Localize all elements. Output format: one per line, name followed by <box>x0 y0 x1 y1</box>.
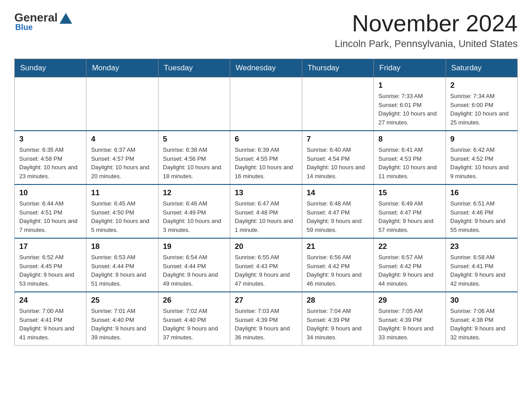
day-info: Sunrise: 6:48 AM Sunset: 4:47 PM Dayligh… <box>307 199 369 234</box>
calendar-cell: 10Sunrise: 6:44 AM Sunset: 4:51 PM Dayli… <box>15 184 86 238</box>
day-number: 27 <box>235 296 297 305</box>
day-of-week-header: Thursday <box>302 59 373 77</box>
calendar-table: SundayMondayTuesdayWednesdayThursdayFrid… <box>14 59 518 346</box>
day-number: 29 <box>378 296 441 305</box>
day-info: Sunrise: 6:53 AM Sunset: 4:44 PM Dayligh… <box>91 253 153 288</box>
day-info: Sunrise: 7:04 AM Sunset: 4:39 PM Dayligh… <box>307 307 369 342</box>
calendar-cell: 20Sunrise: 6:55 AM Sunset: 4:43 PM Dayli… <box>230 238 302 292</box>
day-info: Sunrise: 6:51 AM Sunset: 4:46 PM Dayligh… <box>450 199 513 234</box>
calendar-cell <box>15 77 86 131</box>
day-info: Sunrise: 6:55 AM Sunset: 4:43 PM Dayligh… <box>235 253 297 288</box>
day-info: Sunrise: 7:33 AM Sunset: 6:01 PM Dayligh… <box>378 92 441 127</box>
calendar-week-row: 24Sunrise: 7:00 AM Sunset: 4:41 PM Dayli… <box>15 292 518 346</box>
calendar-cell: 3Sunrise: 6:35 AM Sunset: 4:58 PM Daylig… <box>15 131 86 184</box>
day-number: 4 <box>91 135 153 144</box>
day-info: Sunrise: 6:40 AM Sunset: 4:54 PM Dayligh… <box>307 146 369 180</box>
calendar-cell: 19Sunrise: 6:54 AM Sunset: 4:44 PM Dayli… <box>158 238 230 292</box>
day-number: 28 <box>307 296 369 305</box>
calendar-cell: 14Sunrise: 6:48 AM Sunset: 4:47 PM Dayli… <box>302 184 373 238</box>
day-info: Sunrise: 7:02 AM Sunset: 4:40 PM Dayligh… <box>163 307 225 342</box>
day-info: Sunrise: 6:47 AM Sunset: 4:48 PM Dayligh… <box>235 199 297 234</box>
calendar-cell: 9Sunrise: 6:42 AM Sunset: 4:52 PM Daylig… <box>446 131 517 184</box>
day-info: Sunrise: 6:58 AM Sunset: 4:41 PM Dayligh… <box>450 253 513 288</box>
day-info: Sunrise: 7:00 AM Sunset: 4:41 PM Dayligh… <box>19 307 82 342</box>
day-number: 25 <box>91 296 153 305</box>
calendar-cell <box>230 77 302 131</box>
day-number: 9 <box>450 135 513 144</box>
calendar-cell: 26Sunrise: 7:02 AM Sunset: 4:40 PM Dayli… <box>158 292 230 346</box>
day-number: 30 <box>450 296 513 305</box>
day-number: 5 <box>163 135 225 144</box>
day-number: 1 <box>378 81 441 90</box>
day-number: 7 <box>307 135 369 144</box>
day-info: Sunrise: 6:38 AM Sunset: 4:56 PM Dayligh… <box>163 146 225 180</box>
calendar-cell <box>158 77 230 131</box>
logo: General Blue <box>14 11 72 32</box>
day-number: 10 <box>19 188 82 197</box>
day-info: Sunrise: 6:57 AM Sunset: 4:42 PM Dayligh… <box>378 253 441 288</box>
calendar-cell: 25Sunrise: 7:01 AM Sunset: 4:40 PM Dayli… <box>86 292 158 346</box>
day-of-week-header: Tuesday <box>158 59 230 77</box>
month-title: November 2024 <box>335 11 518 36</box>
day-number: 11 <box>91 188 153 197</box>
calendar-cell: 23Sunrise: 6:58 AM Sunset: 4:41 PM Dayli… <box>446 238 517 292</box>
day-number: 16 <box>450 188 513 197</box>
calendar-cell: 2Sunrise: 7:34 AM Sunset: 6:00 PM Daylig… <box>446 77 517 131</box>
day-number: 2 <box>450 81 513 90</box>
day-info: Sunrise: 6:37 AM Sunset: 4:57 PM Dayligh… <box>91 146 153 180</box>
calendar-cell: 5Sunrise: 6:38 AM Sunset: 4:56 PM Daylig… <box>158 131 230 184</box>
day-info: Sunrise: 6:54 AM Sunset: 4:44 PM Dayligh… <box>163 253 225 288</box>
calendar-week-row: 17Sunrise: 6:52 AM Sunset: 4:45 PM Dayli… <box>15 238 518 292</box>
day-number: 20 <box>235 242 297 251</box>
day-number: 19 <box>163 242 225 251</box>
calendar-cell: 16Sunrise: 6:51 AM Sunset: 4:46 PM Dayli… <box>446 184 517 238</box>
calendar-cell: 28Sunrise: 7:04 AM Sunset: 4:39 PM Dayli… <box>302 292 373 346</box>
day-number: 26 <box>163 296 225 305</box>
day-number: 15 <box>378 188 441 197</box>
day-number: 6 <box>235 135 297 144</box>
calendar-cell: 21Sunrise: 6:56 AM Sunset: 4:42 PM Dayli… <box>302 238 373 292</box>
page-header: General Blue November 2024 Lincoln Park,… <box>14 11 518 50</box>
day-number: 23 <box>450 242 513 251</box>
day-number: 3 <box>19 135 82 144</box>
day-info: Sunrise: 6:41 AM Sunset: 4:53 PM Dayligh… <box>378 146 441 180</box>
logo-triangle-icon <box>60 13 72 24</box>
calendar-cell: 11Sunrise: 6:45 AM Sunset: 4:50 PM Dayli… <box>86 184 158 238</box>
day-info: Sunrise: 6:56 AM Sunset: 4:42 PM Dayligh… <box>307 253 369 288</box>
day-number: 18 <box>91 242 153 251</box>
calendar-cell: 1Sunrise: 7:33 AM Sunset: 6:01 PM Daylig… <box>374 77 446 131</box>
calendar-cell: 12Sunrise: 6:46 AM Sunset: 4:49 PM Dayli… <box>158 184 230 238</box>
calendar-cell <box>302 77 373 131</box>
calendar-cell: 30Sunrise: 7:06 AM Sunset: 4:38 PM Dayli… <box>446 292 517 346</box>
location-title: Lincoln Park, Pennsylvania, United State… <box>335 38 518 50</box>
day-info: Sunrise: 6:52 AM Sunset: 4:45 PM Dayligh… <box>19 253 82 288</box>
calendar-header-row: SundayMondayTuesdayWednesdayThursdayFrid… <box>15 59 518 77</box>
day-info: Sunrise: 6:44 AM Sunset: 4:51 PM Dayligh… <box>19 199 82 234</box>
logo-blue-text: Blue <box>15 23 33 32</box>
day-of-week-header: Saturday <box>446 59 517 77</box>
day-info: Sunrise: 6:42 AM Sunset: 4:52 PM Dayligh… <box>450 146 513 180</box>
day-info: Sunrise: 7:03 AM Sunset: 4:39 PM Dayligh… <box>235 307 297 342</box>
calendar-cell: 29Sunrise: 7:05 AM Sunset: 4:39 PM Dayli… <box>374 292 446 346</box>
calendar-week-row: 1Sunrise: 7:33 AM Sunset: 6:01 PM Daylig… <box>15 77 518 131</box>
day-number: 17 <box>19 242 82 251</box>
calendar-cell: 22Sunrise: 6:57 AM Sunset: 4:42 PM Dayli… <box>374 238 446 292</box>
day-info: Sunrise: 7:05 AM Sunset: 4:39 PM Dayligh… <box>378 307 441 342</box>
day-info: Sunrise: 6:49 AM Sunset: 4:47 PM Dayligh… <box>378 199 441 234</box>
day-info: Sunrise: 6:46 AM Sunset: 4:49 PM Dayligh… <box>163 199 225 234</box>
calendar-cell: 27Sunrise: 7:03 AM Sunset: 4:39 PM Dayli… <box>230 292 302 346</box>
calendar-cell: 8Sunrise: 6:41 AM Sunset: 4:53 PM Daylig… <box>374 131 446 184</box>
day-number: 13 <box>235 188 297 197</box>
day-of-week-header: Friday <box>374 59 446 77</box>
day-info: Sunrise: 7:01 AM Sunset: 4:40 PM Dayligh… <box>91 307 153 342</box>
calendar-cell: 24Sunrise: 7:00 AM Sunset: 4:41 PM Dayli… <box>15 292 86 346</box>
title-section: November 2024 Lincoln Park, Pennsylvania… <box>335 11 518 50</box>
day-info: Sunrise: 6:39 AM Sunset: 4:55 PM Dayligh… <box>235 146 297 180</box>
day-number: 12 <box>163 188 225 197</box>
calendar-week-row: 10Sunrise: 6:44 AM Sunset: 4:51 PM Dayli… <box>15 184 518 238</box>
calendar-cell: 18Sunrise: 6:53 AM Sunset: 4:44 PM Dayli… <box>86 238 158 292</box>
day-of-week-header: Wednesday <box>230 59 302 77</box>
calendar-cell: 15Sunrise: 6:49 AM Sunset: 4:47 PM Dayli… <box>374 184 446 238</box>
day-of-week-header: Sunday <box>15 59 86 77</box>
calendar-week-row: 3Sunrise: 6:35 AM Sunset: 4:58 PM Daylig… <box>15 131 518 184</box>
